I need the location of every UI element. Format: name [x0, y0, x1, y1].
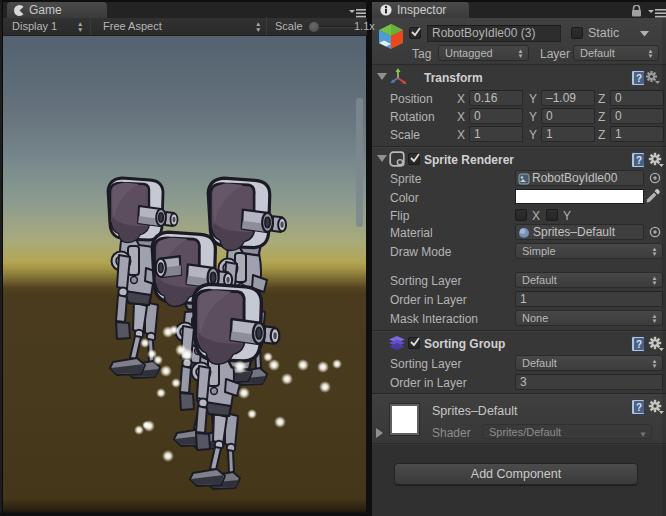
svg-text:?: ? [636, 155, 642, 166]
svg-text:?: ? [636, 339, 642, 350]
svg-text:?: ? [636, 73, 642, 84]
svg-text:?: ? [636, 402, 642, 413]
